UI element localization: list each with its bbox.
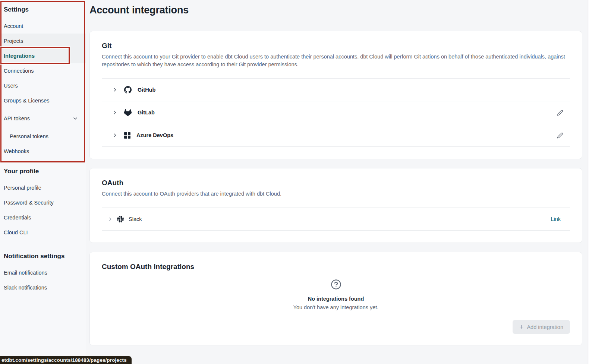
sidebar-header-your-profile: Your profile bbox=[0, 159, 86, 180]
oauth-section-card: OAuth Connect this account to OAuth prov… bbox=[89, 168, 582, 243]
sidebar-item-api-tokens[interactable]: API tokens bbox=[0, 111, 86, 126]
integration-label: Azure DevOps bbox=[136, 132, 173, 138]
empty-state-subtitle: You don't have any integrations yet. bbox=[102, 304, 570, 310]
integration-row-gitlab[interactable]: GitLab bbox=[102, 101, 570, 124]
integration-row-slack[interactable]: Slack Link bbox=[102, 208, 570, 231]
integration-label: Slack bbox=[129, 216, 142, 222]
chevron-right-icon bbox=[112, 133, 117, 138]
custom-oauth-section-title: Custom OAuth integrations bbox=[102, 263, 570, 271]
sidebar-item-webhooks[interactable]: Webhooks bbox=[0, 144, 86, 159]
sidebar-item-projects[interactable]: Projects bbox=[0, 34, 86, 48]
oauth-section-description: Connect this account to OAuth providers … bbox=[102, 190, 568, 198]
sidebar-item-integrations[interactable]: Integrations bbox=[0, 48, 86, 63]
oauth-section-title: OAuth bbox=[102, 179, 570, 187]
git-section-card: Git Connect this account to your Git pro… bbox=[89, 31, 582, 159]
chevron-right-icon bbox=[108, 217, 113, 222]
azure-devops-icon bbox=[124, 132, 130, 139]
empty-state-title: No integrations found bbox=[102, 296, 570, 302]
custom-oauth-section-card: Custom OAuth integrations No integration… bbox=[89, 252, 582, 345]
add-integration-button[interactable]: + Add integration bbox=[513, 320, 570, 334]
settings-sidebar: Settings Account Projects Integrations C… bbox=[0, 0, 86, 364]
empty-state: No integrations found You don't have any… bbox=[102, 279, 570, 310]
sidebar-item-password-security[interactable]: Password & Security bbox=[0, 195, 86, 210]
sidebar-item-account[interactable]: Account bbox=[0, 19, 86, 34]
integration-label: GitLab bbox=[138, 110, 155, 115]
add-integration-label: Add integration bbox=[527, 324, 563, 330]
sidebar-item-groups-licenses[interactable]: Groups & Licenses bbox=[0, 93, 86, 108]
edit-pencil-icon[interactable] bbox=[557, 110, 563, 116]
sidebar-item-personal-profile[interactable]: Personal profile bbox=[0, 180, 86, 195]
git-section-description: Connect this account to your Git provide… bbox=[102, 53, 568, 69]
sidebar-item-cloud-cli[interactable]: Cloud CLI bbox=[0, 225, 86, 240]
integration-row-azure-devops[interactable]: Azure DevOps bbox=[102, 124, 570, 147]
page-title: Account integrations bbox=[89, 4, 589, 16]
sidebar-header-notification-settings: Notification settings bbox=[0, 240, 86, 265]
main-content: Account integrations Git Connect this ac… bbox=[86, 0, 589, 364]
sidebar-item-connections[interactable]: Connections bbox=[0, 63, 86, 78]
sidebar-header-settings: Settings bbox=[0, 0, 86, 19]
status-url-text: etdbt.com/settings/accounts/188483/pages… bbox=[1, 357, 127, 363]
slack-link-action[interactable]: Link bbox=[551, 216, 561, 222]
integration-label: GitHub bbox=[138, 87, 155, 93]
help-circle-icon bbox=[331, 279, 341, 290]
slack-icon bbox=[117, 216, 124, 222]
sidebar-item-credentials[interactable]: Credentials bbox=[0, 210, 86, 225]
edit-pencil-icon[interactable] bbox=[557, 132, 563, 139]
gitlab-icon bbox=[124, 109, 132, 116]
sidebar-item-email-notifications[interactable]: Email notifications bbox=[0, 265, 86, 280]
sidebar-item-personal-tokens[interactable]: Personal tokens bbox=[0, 129, 86, 144]
sidebar-item-slack-notifications[interactable]: Slack notifications bbox=[0, 280, 86, 295]
github-icon bbox=[124, 86, 132, 94]
integration-row-github[interactable]: GitHub bbox=[102, 79, 570, 101]
plus-icon: + bbox=[519, 323, 523, 330]
chevron-right-icon bbox=[112, 87, 117, 92]
sidebar-item-users[interactable]: Users bbox=[0, 78, 86, 93]
git-section-title: Git bbox=[102, 42, 570, 50]
chevron-right-icon bbox=[112, 110, 117, 115]
status-url-tooltip: etdbt.com/settings/accounts/188483/pages… bbox=[0, 356, 132, 364]
chevron-down-icon bbox=[72, 115, 78, 121]
scrollbar-track[interactable] bbox=[587, 0, 589, 364]
